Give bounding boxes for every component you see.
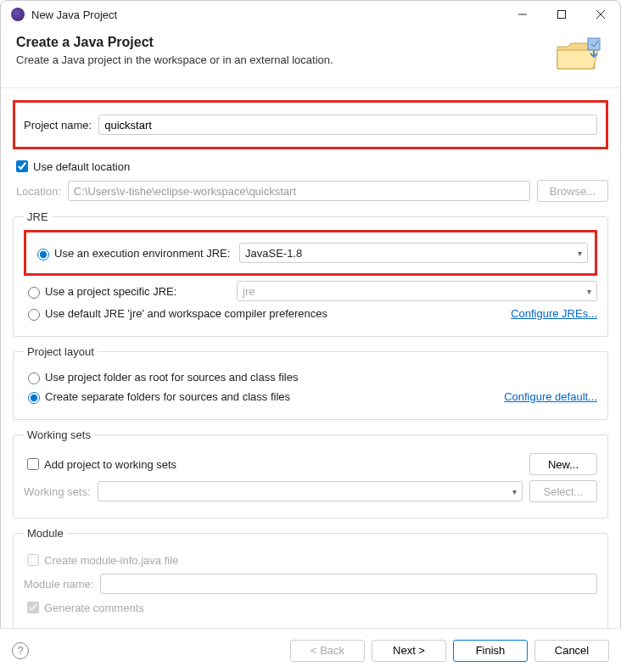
footer: ? < Back Next > Finish Cancel (0, 628, 621, 672)
location-input (68, 181, 530, 201)
project-layout-fieldset: Project layout Use project folder as roo… (13, 345, 608, 420)
browse-button: Browse... (537, 180, 608, 202)
exec-env-value: JavaSE-1.8 (245, 247, 302, 260)
project-jre-select: jre ▾ (237, 281, 597, 301)
create-module-info-label: Create module-info.java file (44, 554, 178, 567)
window-title: New Java Project (31, 8, 503, 21)
jre-fieldset: JRE Use an execution environment JRE: Ja… (13, 210, 608, 337)
finish-button[interactable]: Finish (453, 640, 528, 662)
svg-rect-1 (558, 11, 566, 19)
working-sets-label: Working sets: (24, 485, 91, 498)
generate-comments-checkbox (27, 602, 39, 613)
eclipse-icon (11, 8, 25, 21)
svg-rect-4 (588, 38, 600, 50)
use-default-location-label: Use default location (33, 160, 130, 173)
minimize-button[interactable] (503, 1, 542, 28)
chevron-down-icon: ▾ (512, 487, 517, 496)
layout-separate-radio[interactable] (28, 392, 40, 404)
select-working-sets-button: Select... (529, 480, 597, 502)
chevron-down-icon: ▾ (578, 249, 582, 258)
add-working-sets-label: Add project to working sets (44, 458, 176, 471)
project-jre-label: Use a project specific JRE: (45, 285, 237, 298)
use-default-location-checkbox[interactable] (16, 160, 28, 172)
exec-env-radio[interactable] (37, 249, 49, 260)
location-label: Location: (16, 185, 61, 198)
module-name-input (100, 574, 597, 594)
wizard-folder-icon (552, 35, 603, 76)
create-module-info-checkbox (27, 554, 39, 566)
exec-env-label: Use an execution environment JRE: (54, 247, 239, 260)
default-jre-radio[interactable] (28, 309, 40, 321)
module-name-label: Module name: (24, 578, 93, 591)
wizard-header: Create a Java Project Create a Java proj… (1, 28, 620, 88)
module-legend: Module (24, 527, 67, 540)
help-icon[interactable]: ? (12, 642, 29, 659)
project-name-input[interactable] (98, 115, 597, 135)
header-title: Create a Java Project (16, 35, 552, 50)
layout-separate-label: Create separate folders for sources and … (45, 390, 290, 403)
jre-highlight: Use an execution environment JRE: JavaSE… (24, 230, 597, 276)
configure-default-link[interactable]: Configure default... (504, 390, 597, 403)
project-name-label: Project name: (24, 119, 92, 132)
module-fieldset: Module Create module-info.java file Modu… (13, 527, 608, 632)
close-button[interactable] (581, 1, 620, 28)
exec-env-select[interactable]: JavaSE-1.8 ▾ (239, 243, 588, 263)
titlebar: New Java Project (1, 1, 620, 28)
header-subtitle: Create a Java project in the workspace o… (16, 53, 552, 66)
project-name-highlight: Project name: (13, 100, 608, 149)
maximize-button[interactable] (542, 1, 581, 28)
back-button: < Back (290, 640, 365, 662)
configure-jres-link[interactable]: Configure JREs... (511, 307, 597, 320)
cancel-button[interactable]: Cancel (534, 640, 609, 662)
next-button[interactable]: Next > (372, 640, 446, 662)
project-layout-legend: Project layout (24, 345, 98, 358)
generate-comments-label: Generate comments (44, 602, 144, 614)
add-working-sets-checkbox[interactable] (27, 458, 39, 470)
working-sets-select: ▾ (98, 481, 523, 501)
jre-legend: JRE (24, 210, 52, 223)
working-sets-fieldset: Working sets Add project to working sets… (13, 428, 608, 518)
working-sets-legend: Working sets (24, 428, 94, 441)
new-working-set-button[interactable]: New... (529, 453, 597, 475)
layout-root-radio[interactable] (28, 372, 40, 384)
default-jre-label: Use default JRE 'jre' and workspace comp… (45, 307, 327, 320)
project-jre-radio[interactable] (28, 287, 40, 299)
chevron-down-icon: ▾ (587, 287, 591, 296)
layout-root-label: Use project folder as root for sources a… (45, 371, 298, 384)
project-jre-value: jre (243, 285, 255, 298)
